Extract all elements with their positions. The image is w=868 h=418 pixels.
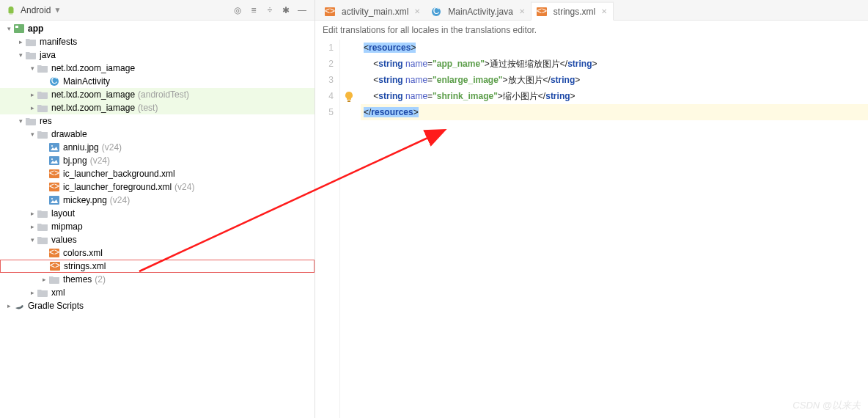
tab-activity-main[interactable]: <>activity_main.xml✕: [320, 2, 426, 20]
tree-node-file[interactable]: anniu.jpg(v24): [0, 141, 315, 154]
close-icon[interactable]: ✕: [519, 7, 525, 15]
image-icon: [48, 155, 60, 166]
svg-rect-4: [49, 143, 59, 152]
svg-text:<>: <>: [537, 7, 547, 16]
collapse-icon[interactable]: ÷: [263, 4, 276, 17]
folder-icon: [37, 235, 48, 246]
svg-point-7: [51, 158, 53, 160]
svg-text:<>: <>: [50, 262, 60, 271]
code-editor[interactable]: 12345 <resources> <string name="app_name…: [315, 40, 868, 418]
current-line-highlight: [361, 104, 868, 120]
tree-node-manifests[interactable]: ▸manifests: [0, 35, 315, 48]
android-icon: [6, 5, 16, 15]
tree-node-xml[interactable]: ▸xml: [0, 286, 315, 299]
tree-node-themes[interactable]: ▸themes(2): [0, 273, 315, 286]
svg-text:<>: <>: [325, 7, 335, 16]
image-icon: [48, 142, 60, 153]
tree-node-mipmap[interactable]: ▸mipmap: [0, 220, 315, 233]
tree-node-file[interactable]: <>ic_launcher_background.xml: [0, 167, 315, 180]
tree-node-package-test[interactable]: ▸net.lxd.zoom_iamage(test): [0, 101, 315, 114]
svg-text:C: C: [433, 7, 440, 16]
folder-icon: [37, 103, 48, 114]
xml-icon: <>: [48, 182, 60, 193]
svg-text:<>: <>: [49, 169, 59, 178]
image-icon: [48, 195, 60, 206]
tree-node-package[interactable]: ▾net.lxd.zoom_iamage: [0, 62, 315, 75]
svg-point-5: [51, 145, 53, 147]
tree-node-res[interactable]: ▾res: [0, 114, 315, 128]
editor-panel: <>activity_main.xml✕ CMainActivity.java✕…: [315, 0, 868, 418]
tree-node-java[interactable]: ▾java: [0, 48, 315, 62]
folder-icon: [25, 50, 37, 61]
target-icon[interactable]: ◎: [231, 4, 244, 17]
translations-banner[interactable]: Edit translations for all locales in the…: [315, 21, 868, 40]
xml-icon: <>: [536, 6, 548, 17]
close-icon[interactable]: ✕: [601, 7, 607, 15]
folder-icon: [37, 287, 48, 298]
tree-node-drawable[interactable]: ▾drawable: [0, 128, 315, 141]
tree-node-strings-xml[interactable]: <>strings.xml: [0, 260, 315, 273]
class-icon: C: [430, 6, 442, 17]
folder-icon: [37, 221, 48, 232]
gradle-icon: [13, 301, 25, 312]
tree-node-app[interactable]: ▾app: [0, 22, 315, 35]
tab-strings-xml[interactable]: <>strings.xml✕: [531, 1, 614, 21]
tree-node-mainactivity[interactable]: CMainActivity: [0, 75, 315, 88]
lightbulb-icon[interactable]: [343, 91, 355, 103]
module-icon: [13, 23, 25, 34]
folder-icon: [37, 63, 48, 74]
editor-margin: [340, 40, 361, 418]
folder-icon: [48, 274, 60, 285]
svg-rect-1: [15, 26, 18, 28]
close-icon[interactable]: ✕: [414, 7, 420, 15]
svg-rect-12: [49, 196, 59, 205]
svg-rect-24: [347, 100, 350, 102]
project-panel: Android ▼ ◎ ≡ ÷ ✱ — ▾app ▸manifests ▾jav…: [0, 0, 315, 418]
folder-icon: [37, 129, 48, 140]
folder-icon: [37, 89, 48, 100]
svg-rect-0: [14, 24, 24, 33]
svg-text:<>: <>: [49, 249, 59, 257]
gear-icon[interactable]: ✱: [279, 4, 293, 17]
editor-tabs: <>activity_main.xml✕ CMainActivity.java✕…: [315, 0, 868, 21]
hide-icon[interactable]: —: [295, 4, 309, 17]
tree-node-gradle[interactable]: ▸Gradle Scripts: [0, 299, 315, 312]
tree-node-file[interactable]: bj.png(v24): [0, 154, 315, 167]
tree-node-file[interactable]: <>ic_launcher_foreground.xml(v24): [0, 180, 315, 194]
tree-node-file[interactable]: mickey.png(v24): [0, 194, 315, 207]
tree-node-layout[interactable]: ▸layout: [0, 207, 315, 220]
folder-icon: [25, 37, 37, 48]
tree-node-file[interactable]: <>colors.xml: [0, 246, 315, 260]
expand-icon[interactable]: ≡: [247, 4, 260, 17]
xml-icon: <>: [324, 6, 336, 17]
svg-rect-6: [49, 156, 59, 165]
svg-text:<>: <>: [49, 183, 59, 191]
chevron-down-icon[interactable]: ▼: [54, 6, 61, 14]
folder-icon: [37, 208, 48, 219]
svg-text:C: C: [51, 76, 58, 86]
tree-node-package-test[interactable]: ▸net.lxd.zoom_iamage(androidTest): [0, 88, 315, 101]
class-icon: C: [48, 76, 60, 87]
svg-point-13: [51, 198, 53, 199]
project-panel-toolbar: Android ▼ ◎ ≡ ÷ ✱ —: [0, 0, 315, 21]
folder-icon: [25, 116, 37, 127]
tree-node-values[interactable]: ▾values: [0, 233, 315, 246]
code-area[interactable]: <resources> <string name="app_name">通过按钮…: [361, 40, 868, 418]
xml-icon: <>: [48, 248, 60, 259]
view-mode-label[interactable]: Android: [21, 5, 51, 15]
tab-mainactivity-java[interactable]: CMainActivity.java✕: [426, 2, 530, 20]
project-tree[interactable]: ▾app ▸manifests ▾java ▾net.lxd.zoom_iama…: [0, 21, 315, 418]
xml-icon: <>: [49, 261, 61, 272]
xml-icon: <>: [48, 169, 60, 180]
line-gutter: 12345: [315, 40, 340, 418]
